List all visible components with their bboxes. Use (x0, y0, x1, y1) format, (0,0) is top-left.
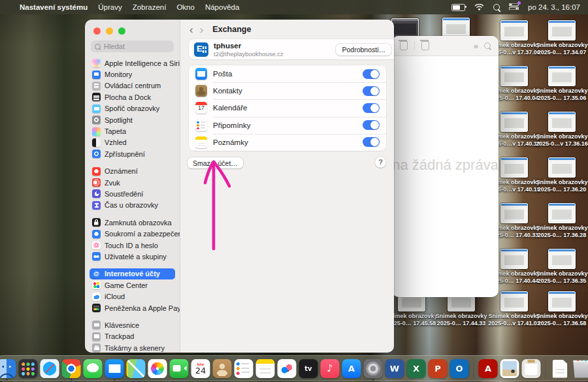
menu-item-1[interactable]: Zobrazení (133, 3, 167, 11)
delete-account-button[interactable]: Smazat účet… (188, 157, 243, 168)
posta-toggle[interactable] (363, 69, 380, 79)
control-center-icon[interactable] (509, 3, 519, 11)
screenshot-thumbnail (500, 291, 528, 311)
menubar-app-name[interactable]: Nastavení systému (20, 3, 88, 11)
dock-item-reminders[interactable] (234, 357, 254, 380)
close-button[interactable] (93, 27, 101, 35)
dock-item-photos[interactable] (148, 357, 168, 380)
dock-item-chrome[interactable] (61, 357, 82, 380)
dock-item-trash[interactable] (572, 357, 588, 380)
desktop-screenshot-icon[interactable]: Snímek obrazovky2025-0…v 17.36.16 (528, 112, 588, 148)
sidebar-item-soukromi[interactable]: Soukromí a zabezpečení (90, 228, 175, 239)
minimize-button[interactable] (106, 27, 113, 35)
sidebar-item-monitory[interactable]: Monitory (90, 69, 175, 80)
menu-item-0[interactable]: Úpravy (98, 3, 122, 11)
desktop-screenshot-icon[interactable]: Snímek obrazovky2025-0… 17.35.06 (528, 66, 588, 102)
desktop-screenshot-icon[interactable]: Snímek obrazovky2025-0… 17.36.58 (528, 291, 588, 327)
details-button[interactable]: Podrobnosti… (336, 44, 391, 56)
dock-item-calendar[interactable]: bře24 (191, 357, 211, 380)
screenshot-label: Snímek obrazovky2025-0…v 17.36.16 (528, 133, 588, 148)
search-icon[interactable] (493, 4, 500, 10)
forward-chevron-icon[interactable]: › (200, 24, 204, 35)
sidebar-item-trackpad[interactable]: Trackpad (90, 331, 175, 342)
sidebar-item-tiskarny[interactable]: Tiskárny a skenery (90, 342, 175, 353)
dock-item-appletv[interactable]: tv (299, 357, 319, 380)
dock-item-preview[interactable] (500, 357, 520, 380)
dock-item-word[interactable]: W (385, 357, 405, 380)
dock-item-appstore[interactable]: A (342, 357, 362, 380)
sidebar-item-ucty[interactable]: Internetové účty (90, 268, 175, 279)
menu-item-2[interactable]: Okno (176, 3, 195, 11)
dock-item-ppt[interactable]: P (428, 357, 448, 380)
trash-icon[interactable] (400, 41, 408, 50)
dock-item-messages[interactable] (83, 357, 103, 380)
chevrons-icon[interactable]: » (474, 41, 478, 51)
sidebar-item-ovladaci[interactable]: Ovládací centrum (90, 80, 175, 91)
dock-item-contacts[interactable] (212, 357, 233, 380)
dock-item-maps[interactable] (126, 357, 146, 380)
sidebar-item-sporic[interactable]: Spořič obrazovky (90, 103, 175, 114)
sidebar-item-icloud[interactable]: iCloud (90, 291, 175, 302)
sidebar-item-zpristupneni[interactable]: Zpřístupnění (90, 148, 175, 159)
zoom-button[interactable] (118, 27, 125, 35)
cas-icon (92, 201, 101, 210)
sidebar-item-tapeta[interactable]: Tapeta (90, 125, 175, 136)
sidebar-item-zamknuta[interactable]: Zamknutá obrazovka (90, 217, 175, 228)
sidebar-item-label: Uživatelé a skupiny (105, 253, 167, 261)
sidebar-item-touchid[interactable]: Touch ID a heslo (90, 240, 175, 251)
dock-item-safari[interactable] (40, 357, 60, 380)
kalendare-toggle[interactable] (363, 103, 380, 113)
desktop-screenshot-icon[interactable] (422, 18, 490, 38)
back-chevron-icon[interactable]: ‹ (189, 24, 193, 35)
sidebar-item-oznameni[interactable]: Oznámení (90, 166, 175, 177)
desktop-screenshot-icon[interactable]: Snímek obrazovky2025-0… 17.36.35 (528, 249, 588, 285)
sidebar-item-penezenka[interactable]: Peněženka a Apple Pay (90, 302, 175, 313)
dock-calendar-day: 24 (195, 366, 206, 375)
desktop-screenshot-icon[interactable]: Snímek obrazovky2025-0… 17.36.28 (528, 203, 588, 239)
sidebar-item-label: Apple Intelligence a Siri (105, 59, 180, 67)
dock-item-downloads[interactable] (550, 357, 570, 380)
help-button[interactable]: ? (375, 157, 386, 168)
tapeta-icon (92, 127, 101, 136)
sidebar-item-zvuk[interactable]: Zvuk (90, 177, 175, 188)
zpristupneni-icon (92, 150, 101, 158)
sidebar-item-soustredeni[interactable]: Soustředění (90, 188, 175, 199)
kontakty-toggle[interactable] (363, 86, 380, 96)
music-icon: ♪ (321, 359, 340, 378)
battery-icon[interactable] (451, 4, 465, 11)
sidebar-search-field[interactable]: Hledat (91, 40, 174, 52)
sidebar-item-gamecenter[interactable]: Game Center (90, 279, 175, 291)
dock-item-excel[interactable]: X (406, 357, 427, 380)
mail-search-icon[interactable] (484, 42, 491, 49)
dock-item-launchpad[interactable] (18, 357, 39, 380)
service-label: Kontakty (213, 87, 242, 95)
sidebar-item-klavesnice[interactable]: Klávesnice (90, 319, 175, 330)
dock-item-music[interactable]: ♪ (320, 357, 340, 380)
sidebar-item-uzivatele[interactable]: Uživatelé a skupiny (90, 251, 175, 262)
finder-icon (0, 359, 16, 378)
dock-item-facetime[interactable] (169, 357, 189, 380)
menubar-clock[interactable]: po 24. 3., 16:07 (528, 3, 580, 11)
desktop-screenshot-icon[interactable]: Snímek obrazovky2025-0… 17.34.07 (528, 20, 588, 56)
dock-item-notes[interactable] (255, 357, 276, 380)
sidebar-item-plocha[interactable]: Plocha a Dock (90, 91, 175, 103)
dock-item-mail[interactable] (105, 357, 125, 380)
menu-item-3[interactable]: Nápověda (205, 3, 239, 11)
sidebar-item-spotlight[interactable]: Spotlight (90, 114, 175, 125)
sidebar-item-vzhled[interactable]: Vzhled (90, 137, 175, 148)
appletv-glyph: tv (304, 365, 312, 372)
dock-item-outlook[interactable]: O (449, 357, 470, 380)
dock-item-acrobat[interactable]: A (478, 357, 498, 380)
desktop-screenshot-icon[interactable]: Snímek obrazovky2025-0… 17.36.20 (528, 157, 588, 193)
wifi-icon[interactable] (474, 4, 484, 11)
junk-icon[interactable] (421, 41, 429, 50)
sidebar-item-cas[interactable]: Čas u obrazovky (90, 200, 175, 211)
dock-item-freeform[interactable] (277, 357, 297, 380)
dock-item-settings[interactable] (363, 357, 384, 380)
poznamky-toggle[interactable] (363, 137, 380, 147)
mail-window[interactable]: » ána žádná zpráva (392, 36, 498, 297)
sidebar-item-ai[interactable]: Apple Intelligence a Siri (90, 57, 175, 69)
dock-item-finder[interactable] (0, 357, 17, 380)
dock-item-clipboard[interactable] (521, 357, 542, 380)
pripominky-toggle[interactable] (363, 120, 380, 130)
